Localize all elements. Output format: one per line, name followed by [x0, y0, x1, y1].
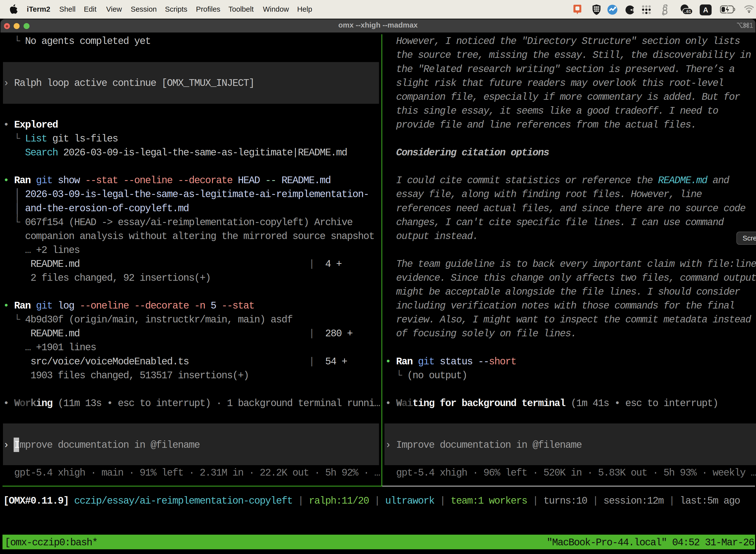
svg-text:..61: ..61 [684, 9, 691, 14]
